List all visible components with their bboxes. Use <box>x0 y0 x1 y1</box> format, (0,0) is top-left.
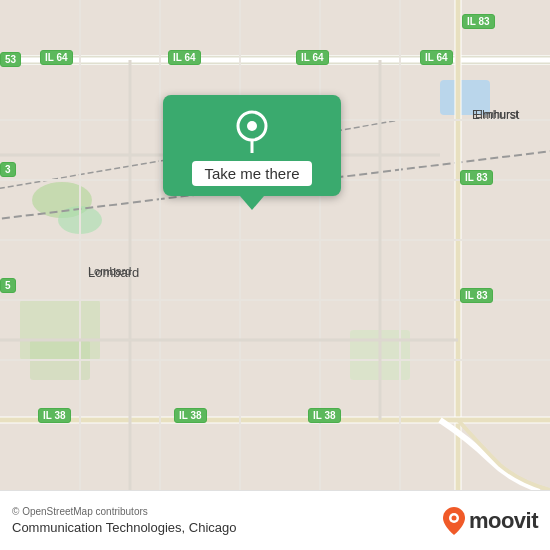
road-badge-il38-1: IL 38 <box>38 408 71 423</box>
moovit-brand-text: moovit <box>469 508 538 534</box>
map-container: Elmhurst Lombard IL 83 IL 64 IL 64 IL 64… <box>0 0 550 490</box>
road-badge-il38-2: IL 38 <box>174 408 207 423</box>
svg-point-31 <box>247 121 257 131</box>
road-badge-il38-3: IL 38 <box>308 408 341 423</box>
road-badge-il83-mid: IL 83 <box>460 170 493 185</box>
road-badge-il64-4: IL 64 <box>420 50 453 65</box>
bottom-info: © OpenStreetMap contributors Communicati… <box>12 506 237 535</box>
svg-rect-3 <box>440 80 490 115</box>
location-pin-icon <box>230 109 274 153</box>
road-badge-53: 53 <box>0 52 21 67</box>
road-badge-il64-2: IL 64 <box>168 50 201 65</box>
moovit-logo: moovit <box>443 507 538 535</box>
take-me-there-button[interactable]: Take me there <box>192 161 311 186</box>
attribution-text: © OpenStreetMap contributors <box>12 506 237 517</box>
road-badge-5: 5 <box>0 278 16 293</box>
svg-point-33 <box>451 515 456 520</box>
moovit-pin-icon <box>443 507 465 535</box>
road-badge-3: 3 <box>0 162 16 177</box>
location-name: Communication Technologies, Chicago <box>12 520 237 535</box>
road-badge-il64-3: IL 64 <box>296 50 329 65</box>
road-badge-il64-1: IL 64 <box>40 50 73 65</box>
location-popup[interactable]: Take me there <box>163 95 341 196</box>
road-badge-il83-lower: IL 83 <box>460 288 493 303</box>
road-badge-il83-top: IL 83 <box>462 14 495 29</box>
bottom-bar: © OpenStreetMap contributors Communicati… <box>0 490 550 550</box>
map-roads <box>0 0 550 490</box>
